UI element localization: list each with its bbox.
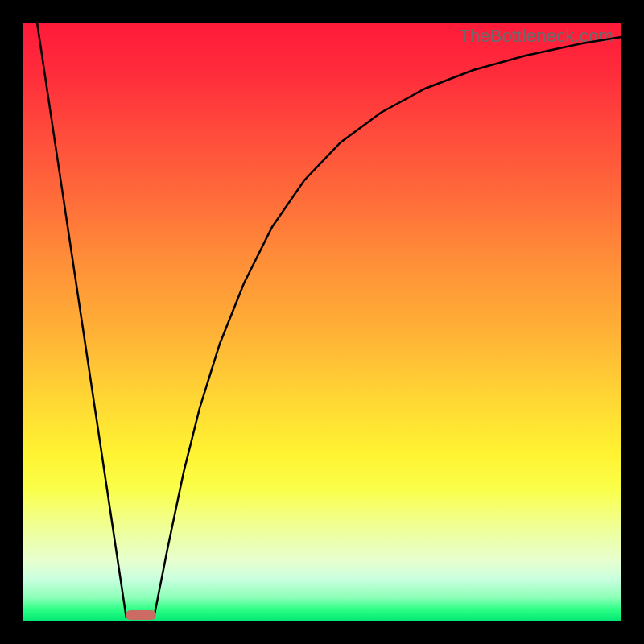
chart-curves — [23, 23, 621, 621]
plot-area: TheBottleneck.com — [23, 23, 621, 621]
bottleneck-marker — [126, 610, 156, 620]
right-curve — [154, 37, 621, 618]
left-line — [37, 23, 126, 618]
